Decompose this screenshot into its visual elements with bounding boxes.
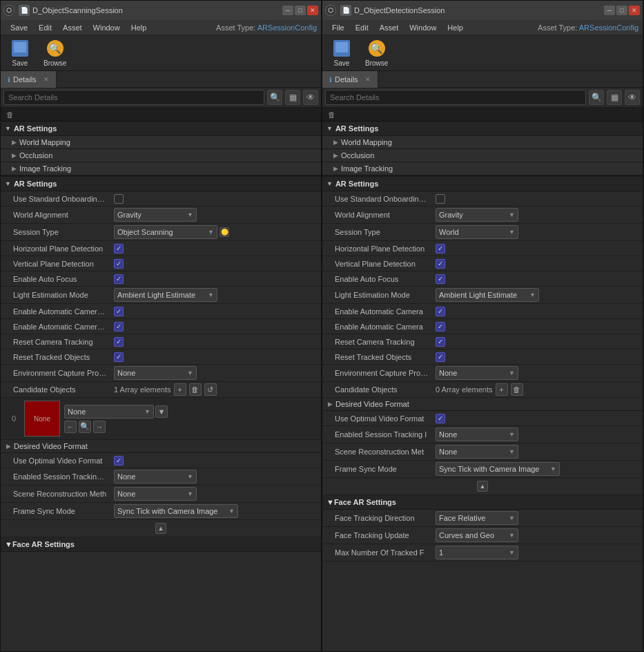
left-cb-horiz-plane[interactable] <box>114 244 124 253</box>
right-dd-session-track[interactable]: None ▼ <box>436 428 518 441</box>
left-session-type-reset[interactable]: 🟡 <box>219 227 229 237</box>
left-array-item-next[interactable]: → <box>93 421 106 433</box>
right-candidate-add[interactable]: + <box>496 383 508 396</box>
left-array-item-prev[interactable]: ← <box>64 421 77 433</box>
right-dd-world-alignment[interactable]: Gravity ▼ <box>436 208 518 222</box>
right-trash-button[interactable]: 🗑 <box>325 108 338 121</box>
left-occlusion-header[interactable]: ▶ Occlusion <box>1 149 321 162</box>
right-cb-vert-plane[interactable] <box>436 259 445 269</box>
left-minimize-button[interactable]: ─ <box>282 6 293 15</box>
left-menu-asset[interactable]: Asset <box>57 22 88 33</box>
right-dd-max-tracked[interactable]: 1 ▼ <box>436 546 518 559</box>
left-candidate-delete[interactable]: 🗑 <box>189 383 202 396</box>
left-array-item-expand[interactable]: ▼ <box>155 405 168 418</box>
right-search-input[interactable] <box>325 90 586 105</box>
right-cb-reset-tracked[interactable] <box>436 352 445 362</box>
right-menu-file[interactable]: File <box>326 22 350 33</box>
left-candidate-add[interactable]: + <box>174 383 186 396</box>
right-dd-face-track-update[interactable]: Curves and Geo ▼ <box>436 528 518 542</box>
left-face-ar-arrow: ▼ <box>5 540 12 548</box>
right-minimize-button[interactable]: ─ <box>604 6 615 15</box>
right-scroll-up-btn[interactable]: ▲ <box>477 481 488 492</box>
right-cb-horiz-plane[interactable] <box>436 244 445 253</box>
right-menu-asset[interactable]: Asset <box>374 22 404 33</box>
left-cb-auto-cam-c[interactable] <box>114 307 124 316</box>
left-maximize-button[interactable]: □ <box>295 6 306 15</box>
right-dd-frame-sync[interactable]: Sync Tick with Camera Image ▼ <box>436 462 560 476</box>
right-cb-reset-cam[interactable] <box>436 337 445 347</box>
left-dd-frame-sync[interactable]: Sync Tick with Camera Image ▼ <box>114 504 238 518</box>
left-details-tab[interactable]: ℹ Details ✕ <box>1 71 57 88</box>
left-search-button[interactable]: 🔍 <box>267 90 282 105</box>
left-dd-env-cap[interactable]: None ▼ <box>114 366 197 380</box>
right-maximize-button[interactable]: □ <box>616 6 627 15</box>
left-face-ar-header[interactable]: ▼ Face AR Settings <box>1 537 321 552</box>
left-desired-video-header[interactable]: ▶ Desired Video Format <box>1 440 321 453</box>
right-menu-window[interactable]: Window <box>404 22 442 33</box>
left-menu-help[interactable]: Help <box>126 22 153 33</box>
left-scroll-up-btn[interactable]: ▲ <box>155 523 166 534</box>
right-dd-scene-recon[interactable]: None ▼ <box>436 445 518 459</box>
right-menu-edit[interactable]: Edit <box>350 22 374 33</box>
left-dd-light-est[interactable]: Ambient Light Estimate ▼ <box>114 288 217 302</box>
left-array-item-dd[interactable]: None ▼ <box>64 405 154 419</box>
right-occlusion-header[interactable]: ▶ Occlusion <box>322 149 643 162</box>
right-dd-env-cap[interactable]: None ▼ <box>436 366 518 380</box>
left-browse-button[interactable]: 🔍 Browse <box>39 36 70 70</box>
left-world-mapping-header[interactable]: ▶ World Mapping <box>1 136 321 149</box>
right-dd-session-type[interactable]: World ▼ <box>436 225 518 239</box>
right-filter-button[interactable]: ▦ <box>607 90 622 105</box>
right-cb-auto-cam-2[interactable] <box>436 322 445 332</box>
left-cb-vert-plane[interactable] <box>114 259 124 269</box>
right-desired-video-header[interactable]: ▶ Desired Video Format <box>322 398 643 411</box>
left-ar-settings-header-top[interactable]: ▼ AR Settings <box>1 122 321 136</box>
left-dd-session-track[interactable]: None ▼ <box>114 470 197 483</box>
left-cb-auto-focus[interactable] <box>114 274 124 284</box>
right-menu-help[interactable]: Help <box>442 22 469 33</box>
left-tab-close[interactable]: ✕ <box>43 76 49 83</box>
right-image-tracking-header[interactable]: ▶ Image Tracking <box>322 162 643 175</box>
right-ar-settings-header-top[interactable]: ▼ AR Settings <box>322 122 643 136</box>
right-cb-opt-video[interactable] <box>436 414 445 423</box>
left-cb-reset-tracked[interactable] <box>114 352 124 362</box>
right-dd-session-track-arrow: ▼ <box>506 431 515 438</box>
left-menu-window[interactable]: Window <box>88 22 126 33</box>
right-eye-button[interactable]: 👁 <box>625 90 640 105</box>
right-dd-light-est[interactable]: Ambient Light Estimate ▼ <box>436 288 539 302</box>
left-cb-opt-video[interactable] <box>114 456 124 466</box>
right-world-mapping-header[interactable]: ▶ World Mapping <box>322 136 643 149</box>
left-filter-button[interactable]: ▦ <box>285 90 300 105</box>
right-cb-auto-cam-1[interactable] <box>436 307 445 316</box>
right-browse-button[interactable]: 🔍 Browse <box>361 36 392 70</box>
left-image-tracking-header[interactable]: ▶ Image Tracking <box>1 162 321 175</box>
left-eye-button[interactable]: 👁 <box>303 90 318 105</box>
left-ar-settings-header-exp[interactable]: ▼ AR Settings <box>1 177 321 191</box>
right-candidate-delete[interactable]: 🗑 <box>511 383 523 396</box>
right-ar-settings-header-exp[interactable]: ▼ AR Settings <box>322 177 643 191</box>
left-label-reset-cam: Reset Camera Tracking <box>1 336 111 347</box>
left-dd-session-type[interactable]: Object Scanning ▼ <box>114 225 217 239</box>
right-save-button[interactable]: Save <box>328 36 355 70</box>
right-cb-use-standard[interactable] <box>436 194 445 204</box>
left-save-button[interactable]: Save <box>6 36 34 70</box>
right-details-tab[interactable]: ℹ Details ✕ <box>322 71 378 88</box>
left-candidate-reset[interactable]: ↺ <box>204 383 217 396</box>
right-search-button[interactable]: 🔍 <box>589 90 604 105</box>
right-dd-face-track-dir[interactable]: Face Relative ▼ <box>436 511 518 525</box>
left-dd-world-alignment[interactable]: Gravity ▼ <box>114 208 197 222</box>
right-cb-auto-focus[interactable] <box>436 274 445 284</box>
left-array-item-find[interactable]: 🔍 <box>79 421 91 433</box>
right-face-ar-header[interactable]: ▼ Face AR Settings <box>322 495 643 510</box>
right-tab-close[interactable]: ✕ <box>365 76 371 83</box>
left-search-input[interactable] <box>3 90 264 105</box>
left-close-button[interactable]: ✕ <box>307 6 318 15</box>
left-cb-reset-cam[interactable] <box>114 337 124 347</box>
left-cb-auto-cam-t[interactable] <box>114 322 124 332</box>
left-dd-scene-recon[interactable]: None ▼ <box>114 487 197 501</box>
left-menu-edit[interactable]: Edit <box>33 22 57 33</box>
left-menu-file[interactable]: Save <box>5 22 33 33</box>
left-trash-button[interactable]: 🗑 <box>3 108 16 121</box>
left-cb-use-standard[interactable] <box>114 194 124 204</box>
right-close-button[interactable]: ✕ <box>629 6 640 15</box>
left-candidate-objects-row: Candidate Objects 1 Array elements + 🗑 ↺ <box>1 382 321 398</box>
